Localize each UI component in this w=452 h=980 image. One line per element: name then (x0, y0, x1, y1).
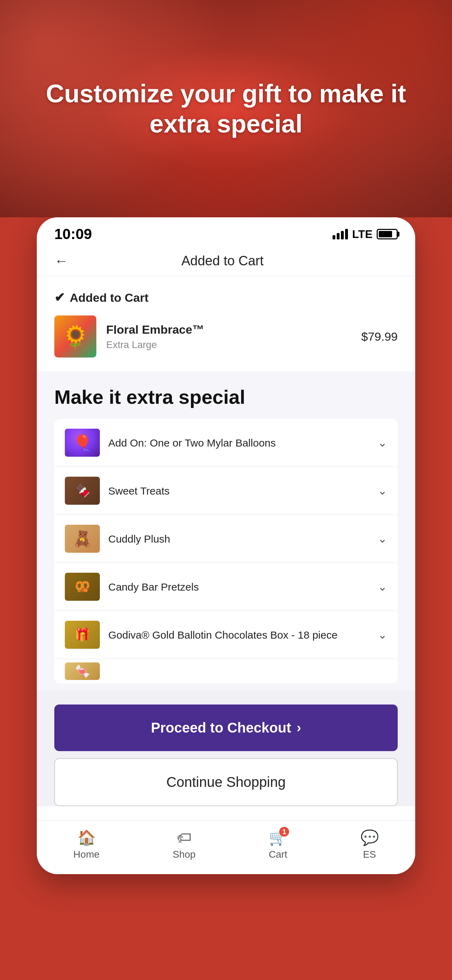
addon-label-candy-pretzels: Candy Bar Pretzels (108, 580, 369, 594)
status-time: 10:09 (54, 226, 92, 243)
phone-frame: 10:09 LTE ← Added to Cart ✔ Added to Car… (37, 217, 415, 874)
added-to-cart-section: ✔ Added to Cart 🌻 Floral Embrace™ Extra … (37, 276, 415, 372)
cart-wrapper: 🛒 1 (269, 829, 287, 846)
nav-item-cart[interactable]: 🛒 1 Cart (269, 829, 287, 860)
battery-icon (377, 229, 398, 239)
nav-label-es: ES (363, 849, 376, 860)
status-icons: LTE (333, 228, 398, 241)
addon-list: 🎈 Add On: One or Two Mylar Balloons ⌄ 🍫 … (54, 419, 398, 684)
bottom-navigation: 🏠 Home 🏷 Shop 🛒 1 Cart 💬 ES (37, 820, 415, 874)
nav-label-cart: Cart (269, 849, 287, 860)
added-to-cart-text: Added to Cart (70, 291, 148, 305)
continue-shopping-button[interactable]: Continue Shopping (54, 758, 398, 806)
hero-title: Customize your gift to make it extra spe… (0, 57, 452, 160)
product-name: Floral Embrace™ (106, 323, 352, 336)
pretzel-image: 🥨 (65, 573, 100, 601)
addon-label-balloons: Add On: One or Two Mylar Balloons (108, 436, 369, 450)
product-price: $79.99 (361, 330, 398, 344)
page-title: Added to Cart (68, 253, 377, 269)
addon-item-balloons[interactable]: 🎈 Add On: One or Two Mylar Balloons ⌄ (54, 419, 398, 467)
addon-label-cuddly-plush: Cuddly Plush (108, 532, 369, 546)
product-row: 🌻 Floral Embrace™ Extra Large $79.99 (54, 315, 398, 358)
addon-item-sweet-treats[interactable]: 🍫 Sweet Treats ⌄ (54, 467, 398, 515)
cart-badge: 1 (279, 827, 289, 837)
back-button[interactable]: ← (54, 253, 68, 269)
signal-icon (333, 229, 348, 239)
treats-image: 🍫 (65, 477, 100, 505)
proceed-to-checkout-label: Proceed to Checkout (151, 720, 291, 736)
chevron-down-icon: ⌄ (378, 436, 387, 449)
shop-icon: 🏷 (177, 829, 192, 846)
make-special-section: Make it extra special 🎈 Add On: One or T… (37, 372, 415, 690)
addon-label-godiva: Godiva® Gold Ballotin Chocolates Box - 1… (108, 628, 369, 642)
addon-item-candy-pretzels[interactable]: 🥨 Candy Bar Pretzels ⌄ (54, 563, 398, 611)
home-icon: 🏠 (78, 829, 95, 846)
nav-label-home: Home (73, 849, 100, 860)
nav-item-shop[interactable]: 🏷 Shop (173, 829, 196, 860)
addon-item-cuddly-plush[interactable]: 🧸 Cuddly Plush ⌄ (54, 515, 398, 563)
proceed-to-checkout-button[interactable]: Proceed to Checkout › (54, 705, 398, 751)
status-bar: 10:09 LTE (37, 217, 415, 246)
chevron-down-icon: ⌄ (378, 580, 387, 593)
checkmark-icon: ✔ (54, 290, 65, 305)
chevron-down-icon: ⌄ (378, 628, 387, 641)
chevron-down-icon: ⌄ (378, 484, 387, 497)
product-info: Floral Embrace™ Extra Large (106, 323, 352, 350)
chevron-down-icon: ⌄ (378, 532, 387, 546)
balloon-image: 🎈 (65, 429, 100, 457)
nav-item-home[interactable]: 🏠 Home (73, 829, 100, 860)
continue-shopping-label: Continue Shopping (166, 774, 286, 790)
make-special-title: Make it extra special (54, 385, 398, 408)
partial-image: 🍬 (65, 662, 100, 680)
addon-item-godiva[interactable]: 🎁 Godiva® Gold Ballotin Chocolates Box -… (54, 611, 398, 659)
nav-item-es[interactable]: 💬 ES (361, 829, 379, 860)
added-to-cart-header: ✔ Added to Cart (54, 290, 398, 305)
addon-label-sweet-treats: Sweet Treats (108, 484, 369, 498)
product-image: 🌻 (54, 315, 96, 358)
product-emoji: 🌻 (62, 324, 89, 349)
plush-image: 🧸 (65, 525, 100, 553)
chevron-right-icon: › (297, 720, 301, 735)
content-area: ✔ Added to Cart 🌻 Floral Embrace™ Extra … (37, 276, 415, 806)
addon-item-partial[interactable]: 🍬 (54, 659, 398, 684)
navigation-bar: ← Added to Cart (37, 246, 415, 276)
es-icon: 💬 (361, 829, 379, 846)
hero-background: Customize your gift to make it extra spe… (0, 0, 452, 217)
product-size: Extra Large (106, 339, 352, 350)
lte-indicator: LTE (352, 228, 372, 241)
godiva-image: 🎁 (65, 621, 100, 649)
nav-label-shop: Shop (173, 849, 196, 860)
